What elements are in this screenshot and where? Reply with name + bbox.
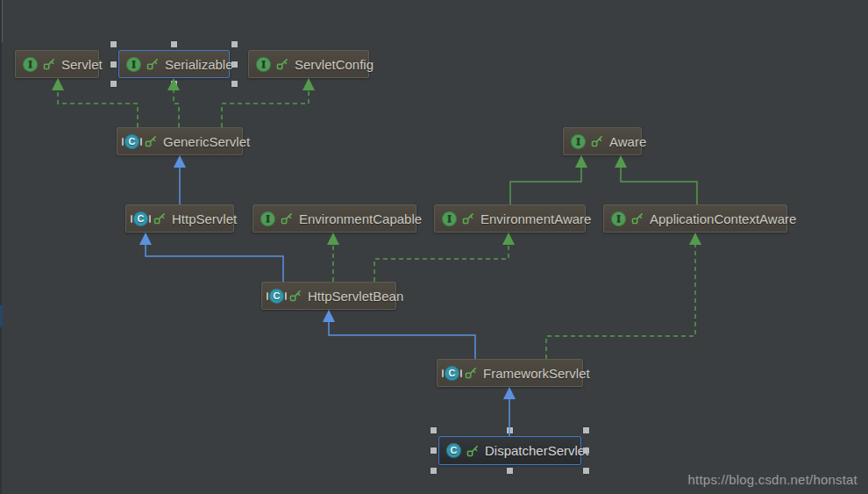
class-name-label: Servlet [61,57,103,72]
watermark: https://blog.csdn.net/honstat [688,472,857,487]
class-icon: C [133,211,148,226]
type-icon-letter: C [449,369,456,378]
class-node-serializable[interactable]: I Serializable [118,50,230,78]
type-icon-circle: C [133,211,148,226]
selection-handle[interactable] [110,41,117,47]
class-node-environment-capable[interactable]: I EnvironmentCapable [253,204,416,233]
type-icon-letter: I [261,60,266,69]
type-icon-circle: I [126,57,141,72]
interface-icon: I [571,134,586,149]
type-icon-circle: I [611,211,626,226]
selection-handle[interactable] [231,41,238,47]
type-icon-letter: I [447,214,452,224]
class-name-label: ApplicationContextAware [650,211,796,226]
key-icon [276,58,288,70]
key-icon [145,135,157,147]
type-icon-circle: C [446,443,461,458]
edge-http-servlet-extends-generic-servlet [174,155,186,204]
diagram-canvas[interactable]: I Servlet I Serializable I ServletConfig [0,0,868,494]
class-name-label: GenericServlet [163,134,250,149]
type-icon-circle: C [445,366,459,381]
edge-generic-servlet-implements-servlet [52,78,138,127]
type-icon-letter: I [132,60,136,69]
selection-handle[interactable] [430,468,437,474]
interface-icon: I [256,57,271,72]
class-name-label: Aware [609,134,646,149]
class-icon: C [125,134,139,149]
key-icon [462,212,474,225]
type-icon-letter: C [274,291,281,301]
type-icon-letter: I [616,214,621,224]
selection-handle[interactable] [110,81,117,87]
key-icon [281,212,293,225]
type-icon-circle: C [269,289,284,304]
class-icon: C [446,443,461,458]
key-icon [631,212,644,225]
edge-application-context-aware-extends-aware [615,155,697,204]
selection-handle[interactable] [583,447,589,454]
selection-handle[interactable] [171,41,177,47]
selection-handle[interactable] [583,468,589,474]
type-icon-circle: C [125,134,139,149]
class-node-environment-aware[interactable]: I EnvironmentAware [434,204,586,233]
interface-icon: I [23,57,38,72]
selection-handle[interactable] [430,447,437,454]
class-icon: C [269,289,284,304]
interface-icon: I [611,211,626,226]
selection-handle[interactable] [231,61,238,68]
class-node-servlet-config[interactable]: I ServletConfig [248,50,369,78]
class-icon: C [445,366,459,381]
selection-handle[interactable] [583,427,589,433]
class-name-label: HttpServlet [172,211,237,226]
key-icon [591,135,603,147]
class-name-label: EnvironmentCapable [299,211,422,226]
class-node-servlet[interactable]: I Servlet [15,50,99,78]
canvas-left-edge [0,0,2,494]
type-icon-circle: I [256,57,271,72]
class-node-aware[interactable]: I Aware [563,127,642,155]
left-edge-marker [0,305,3,327]
type-icon-circle: I [23,57,38,72]
edge-http-servlet-bean-extends-http-servlet [139,233,283,282]
type-icon-circle: I [260,211,275,226]
type-icon-letter: I [266,214,270,224]
selection-handle[interactable] [171,81,177,87]
edge-http-servlet-bean-implements-environment-aware [374,233,515,282]
class-name-label: Serializable [165,57,233,72]
edge-framework-servlet-extends-http-servlet-bean [323,310,475,359]
edge-environment-aware-extends-aware [510,155,587,204]
selection-handle[interactable] [231,81,238,87]
class-name-label: DispatcherServlet [485,443,588,458]
selection-handle[interactable] [507,468,513,474]
class-name-label: HttpServletBean [308,289,403,304]
type-icon-letter: C [138,214,145,224]
key-icon [43,58,55,70]
class-name-label: ServletConfig [295,57,374,72]
selection-handle[interactable] [507,427,513,433]
key-icon [153,212,166,225]
class-node-generic-servlet[interactable]: C GenericServlet [117,127,243,155]
selection-handle[interactable] [110,61,117,68]
interface-icon: I [260,211,275,226]
edge-framework-servlet-implements-application-context-aware [546,233,701,359]
edge-http-servlet-bean-implements-environment-capable [327,233,339,282]
selection-handle[interactable] [430,427,437,433]
class-node-dispatcher-servlet[interactable]: C DispatcherServlet [438,436,581,465]
class-node-application-context-aware[interactable]: I ApplicationContextAware [603,204,787,233]
key-icon [466,445,479,457]
class-name-label: FrameworkServlet [483,366,590,381]
key-icon [465,367,477,379]
type-icon-circle: I [442,211,457,226]
type-icon-letter: I [576,137,580,147]
interface-icon: I [442,211,457,226]
type-icon-letter: C [451,446,458,455]
class-node-http-servlet[interactable]: C HttpServlet [125,204,234,233]
class-name-label: EnvironmentAware [480,211,591,226]
class-node-framework-servlet[interactable]: C FrameworkServlet [437,359,583,387]
type-icon-circle: I [571,134,586,149]
class-node-http-servlet-bean[interactable]: C HttpServletBean [261,282,396,310]
key-icon [146,58,159,70]
panel-border-line [2,0,3,42]
type-icon-letter: C [129,137,136,147]
interface-icon: I [126,57,141,72]
